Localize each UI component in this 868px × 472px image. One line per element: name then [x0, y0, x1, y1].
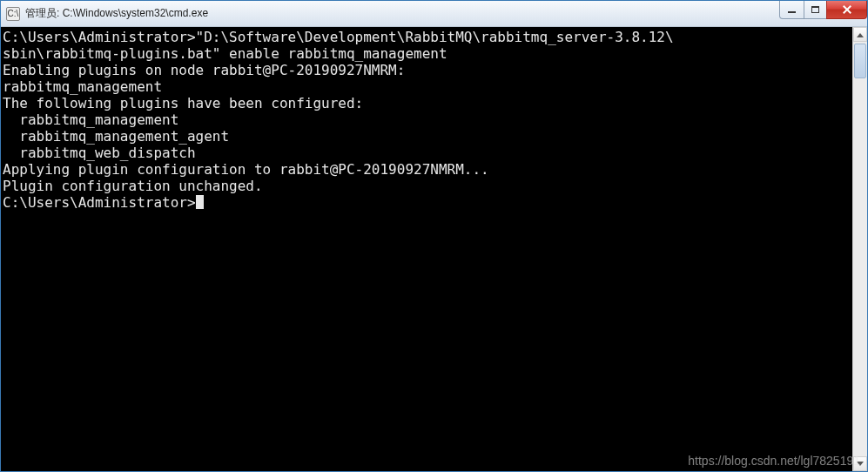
chevron-up-icon: [857, 30, 864, 37]
window-title: 管理员: C:\Windows\system32\cmd.exe: [25, 6, 208, 21]
terminal-line: The following plugins have been configur…: [3, 95, 852, 111]
scroll-up-button[interactable]: [853, 27, 867, 42]
terminal-line: C:\Users\Administrator>: [3, 194, 852, 211]
terminal-area: C:\Users\Administrator>"D:\Software\Deve…: [1, 27, 867, 471]
minimize-button[interactable]: [779, 1, 804, 19]
terminal-line: sbin\rabbitmq-plugins.bat" enable rabbit…: [3, 45, 852, 62]
terminal-line: rabbitmq_management: [3, 78, 852, 95]
scrollbar-track[interactable]: [853, 42, 867, 456]
terminal-line: rabbitmq_management: [3, 111, 852, 128]
cmd-window: C:\ 管理员: C:\Windows\system32\cmd.exe C:\…: [0, 0, 868, 472]
terminal-line: rabbitmq_web_dispatch: [3, 145, 852, 161]
terminal-line: Plugin configuration unchanged.: [3, 178, 852, 194]
cmd-icon: C:\: [6, 7, 20, 21]
terminal-output[interactable]: C:\Users\Administrator>"D:\Software\Deve…: [1, 27, 852, 471]
terminal-line: Applying plugin configuration to rabbit@…: [3, 161, 852, 178]
terminal-line: rabbitmq_management_agent: [3, 128, 852, 145]
vertical-scrollbar[interactable]: [852, 27, 867, 471]
cursor: [196, 195, 204, 209]
terminal-line: C:\Users\Administrator>"D:\Software\Deve…: [3, 29, 852, 45]
scroll-down-button[interactable]: [853, 456, 867, 471]
close-icon: [842, 4, 852, 15]
terminal-line: Enabling plugins on node rabbit@PC-20190…: [3, 62, 852, 78]
titlebar[interactable]: C:\ 管理员: C:\Windows\system32\cmd.exe: [1, 1, 867, 27]
minimize-icon: [788, 11, 796, 13]
window-controls: [780, 1, 867, 19]
scrollbar-thumb[interactable]: [854, 44, 866, 78]
maximize-icon: [811, 6, 819, 13]
close-button[interactable]: [826, 1, 867, 19]
maximize-button[interactable]: [804, 1, 827, 19]
chevron-down-icon: [857, 462, 864, 469]
